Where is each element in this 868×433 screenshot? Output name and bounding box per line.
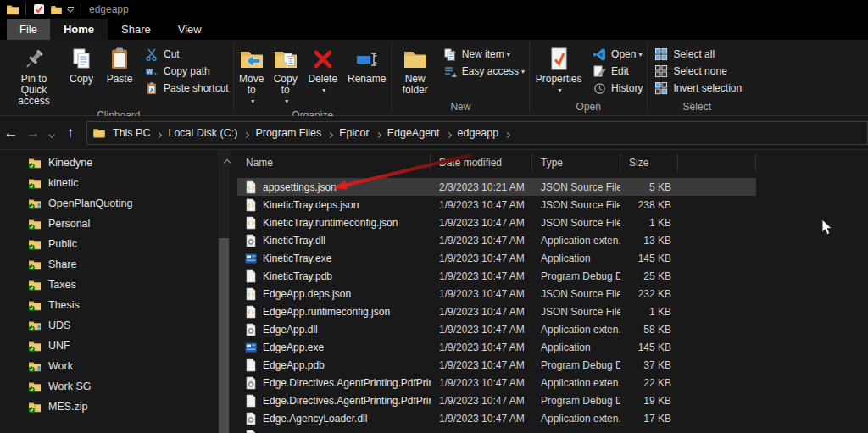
new-folder-quick-icon[interactable] (47, 2, 64, 17)
sidebar-item-thesis[interactable]: Thesis (0, 295, 217, 315)
breadcrumb-item[interactable]: This PC (109, 127, 153, 139)
column-header-size[interactable]: Size (620, 154, 678, 171)
file-name: KineticTray.deps.json (263, 199, 359, 211)
file-row[interactable]: KineticTray.runtimeconfig.json1/9/2023 1… (237, 214, 756, 231)
breadcrumb-chevron-icon[interactable] (244, 125, 248, 141)
breadcrumb-item[interactable]: edgeapp (454, 127, 503, 139)
folder-synced-icon (28, 217, 42, 230)
file-row[interactable]: Edge.Directives.AgentPrinting.PdfPrintin… (237, 391, 756, 409)
new-item-button[interactable]: New item▾ (442, 46, 525, 63)
column-header-type[interactable]: Type (532, 154, 620, 171)
copy-path-button[interactable]: WCopy path (144, 63, 229, 80)
forward-button[interactable]: → (22, 125, 44, 142)
history-button[interactable]: History (592, 80, 643, 97)
file-row[interactable]: KineticTray.deps.json1/9/2023 10:47 AMJS… (237, 196, 756, 214)
breadcrumb-item[interactable]: Local Disk (C:) (164, 127, 241, 139)
file-row[interactable]: KineticTray.exe1/9/2023 10:47 AMApplicat… (237, 249, 756, 267)
sort-ascending-icon (477, 153, 481, 168)
tab-home[interactable]: Home (50, 19, 108, 40)
dll-file-icon (244, 234, 258, 247)
sidebar-item-kinedyne[interactable]: Kinedyne (0, 153, 217, 173)
file-row[interactable]: EdgeApp.runtimeconfig.json1/9/2023 10:47… (237, 303, 756, 320)
edit-button[interactable]: Edit (592, 63, 643, 80)
file-date-modified: 1/9/2023 10:47 AM (431, 199, 532, 211)
file-row[interactable]: EdgeApp.pdb1/9/2023 10:47 AMProgram Debu… (237, 356, 756, 374)
tab-view[interactable]: View (164, 19, 215, 40)
file-row[interactable]: KineticTray.pdb1/9/2023 10:47 AMProgram … (237, 267, 756, 285)
file-row[interactable]: Edge.AgencyLoader.dll1/9/2023 10:47 AMAp… (237, 409, 756, 427)
delete-button[interactable]: Delete▾ (303, 43, 343, 97)
cut-button[interactable]: Cut (144, 46, 229, 63)
breadcrumb-item[interactable]: EdgeAgent (384, 127, 443, 139)
sidebar-item-personal[interactable]: Personal (0, 214, 217, 234)
sidebar-item-work-sg[interactable]: Work SG (0, 376, 217, 397)
sidebar-item-unf[interactable]: UNF (0, 336, 217, 356)
breadcrumb-item[interactable]: Epicor (336, 127, 372, 139)
file-explorer-window: edgeapp File Home Share View Pin to Quic… (0, 0, 868, 433)
open-button[interactable]: Open▾ (592, 46, 643, 63)
file-row[interactable]: EdgeApp.deps.json1/9/2023 10:47 AMJSON S… (237, 285, 756, 303)
scrollbar-thumb[interactable] (219, 238, 229, 433)
button-label: New item (462, 48, 504, 60)
copy-to-button[interactable]: Copy to▾ (269, 43, 303, 108)
file-row[interactable]: appsettings.json2/3/2023 10:21 AMJSON So… (237, 178, 756, 196)
exe-file-icon (244, 341, 258, 354)
json-file-icon (244, 198, 258, 212)
file-size: 145 KB (620, 253, 678, 264)
sidebar-scrollbar[interactable] (218, 150, 230, 433)
invert-selection-icon (654, 81, 669, 95)
select-all-button[interactable]: Select all (654, 46, 742, 63)
rename-button[interactable]: Rename (343, 43, 391, 86)
breadcrumb-chevron-icon[interactable] (447, 125, 451, 141)
sidebar-item-public[interactable]: Public (0, 234, 217, 254)
properties-check-icon[interactable] (31, 2, 47, 17)
sidebar-item-mes-zip[interactable]: MES.zip (0, 397, 217, 417)
file-row[interactable]: EdgeApp.exe1/9/2023 10:47 AMApplication1… (237, 338, 756, 356)
json-file-icon (244, 216, 258, 230)
new-folder-button[interactable]: New folder (393, 43, 437, 97)
file-row[interactable]: EdgeApp.dll1/9/2023 10:47 AMApplication … (237, 320, 756, 338)
back-button[interactable]: ← (0, 125, 22, 142)
copy-button[interactable]: Copy (63, 43, 100, 86)
sidebar-item-work[interactable]: Work (0, 356, 217, 376)
breadcrumb-chevron-icon[interactable] (328, 125, 332, 141)
button-label: Pin to Quick access (8, 74, 60, 107)
folder-synced-icon (28, 258, 42, 271)
breadcrumb-chevron-icon[interactable] (157, 125, 161, 141)
ribbon-group-divider (647, 42, 648, 113)
window-title: edgeapp (89, 3, 129, 15)
file-row[interactable]: KineticTray.dll1/9/2023 10:47 AMApplicat… (237, 231, 756, 249)
copy-to-icon (272, 45, 299, 74)
customize-quick-access-caret[interactable] (64, 2, 76, 17)
paste-shortcut-button[interactable]: Paste shortcut (144, 80, 229, 97)
invert-selection-button[interactable]: Invert selection (654, 80, 742, 97)
address-bar[interactable]: This PCLocal Disk (C:)Program FilesEpico… (86, 121, 868, 145)
sidebar-item-openplanquoting[interactable]: OpenPlanQuoting (0, 193, 217, 214)
tab-file[interactable]: File (7, 19, 50, 40)
breadcrumb-chevron-icon[interactable] (505, 125, 509, 141)
sidebar-item-share[interactable]: Share (0, 254, 217, 275)
dll-file-icon (244, 412, 258, 425)
breadcrumb-item[interactable]: Program Files (252, 127, 325, 139)
file-date-modified: 1/9/2023 10:47 AM (431, 235, 532, 247)
recent-locations-caret[interactable] (44, 125, 59, 142)
easy-access-button[interactable]: Easy access▾ (442, 63, 525, 80)
paste-button[interactable]: Paste (100, 43, 139, 86)
sidebar-item-label: Thesis (48, 299, 80, 311)
file-row[interactable]: Edge.Directives.AgentPrinting.PdfPrintin… (237, 374, 756, 391)
move-to-button[interactable]: Move to▾ (235, 43, 269, 108)
breadcrumb-chevron-icon[interactable] (376, 125, 381, 141)
file-row-partial[interactable] (237, 427, 756, 433)
properties-button[interactable]: Properties▾ (531, 43, 587, 97)
up-button[interactable]: ↑ (59, 125, 81, 142)
file-date-modified: 1/9/2023 10:47 AM (431, 306, 532, 318)
sidebar-item-taxes[interactable]: Taxes (0, 275, 217, 295)
sidebar-item-kinetic[interactable]: kinetic (0, 173, 217, 193)
pin-to-quick-access-button[interactable]: Pin to Quick access (5, 43, 63, 108)
column-header-name[interactable]: Name (237, 154, 431, 171)
sidebar-item-uds[interactable]: UDS (0, 315, 217, 336)
column-header-row: NameDate modifiedTypeSize (237, 150, 756, 175)
tab-share[interactable]: Share (108, 19, 164, 40)
ribbon-group-new: New folderNew item▾Easy access▾New (393, 40, 528, 115)
select-none-button[interactable]: Select none (654, 63, 742, 80)
